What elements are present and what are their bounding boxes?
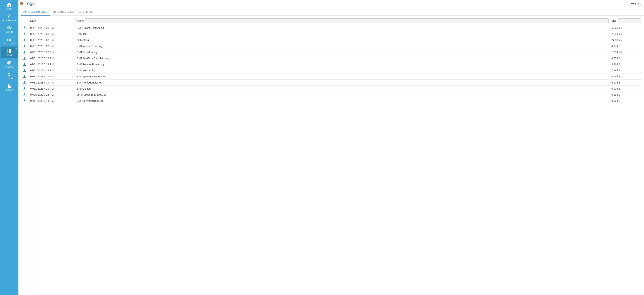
date-cell: 07/31/2023 4:29 PM [29,86,75,92]
back-button[interactable]: Back [631,2,641,5]
sidebar-item-vision[interactable]: VISION [0,23,18,35]
download-icon[interactable] [22,69,28,72]
download-cell [20,98,29,104]
name-cell: SMAApiAgentNetcom.log [75,73,610,80]
date-cell: 07/31/2023 5:29 PM [29,61,75,67]
arrow-left-icon [631,2,634,5]
table-row[interactable]: 07/31/2023 5:32 PMSMAServMan.log13.94 kB [20,49,642,55]
close-icon[interactable]: × [16,47,17,49]
sidebar-item-ocadm[interactable]: OCADM [0,70,18,81]
table-row[interactable]: 07/11/2023 3:45 PMSMAServManTrace.log0.0… [20,98,642,104]
eye-icon [7,25,12,30]
tab-application-logs[interactable]: APPLICATION LOGS [21,9,50,15]
user-icon [7,72,12,76]
download-icon[interactable] [22,32,28,35]
name-cell: SMAServManTrace.log [75,98,610,104]
table-row[interactable]: 07/31/2023 5:29 PMSMAStartTimeCalculator… [20,55,642,61]
size-filter-input[interactable] [618,18,641,23]
table-row[interactable]: 07/31/2023 5:33 PMSMANetcomTrace.log8.97… [20,43,642,49]
size-cell: 4.26 kB [610,61,642,67]
sidebar-item-library[interactable]: ×LIBRARY [0,46,18,58]
table-row[interactable]: 07/31/2023 4:29 PMSMANotifyHandler.log5.… [20,80,642,86]
name-filter-input[interactable] [85,18,608,23]
size-cell: 0.65 kB [610,73,642,80]
download-cell [20,31,29,37]
table-wrap: Date Name Size 07/31/202 [18,15,644,104]
download-icon[interactable] [22,87,28,90]
table-row[interactable]: 07/31/2023 5:29 PMSMARequestRouter.log4.… [20,61,642,67]
download-icon[interactable] [22,75,28,78]
download-icon[interactable] [22,93,28,96]
download-cell [20,73,29,80]
name-cell: SAMOld.log [75,86,610,92]
download-cell [20,92,29,98]
page-header: Logs Back [18,0,644,6]
date-cell: 07/31/2023 5:33 PM [29,43,75,49]
name-cell: sm-0-1690568613200.log [75,92,610,98]
sidebar-item-self-service[interactable]: SELF SERVICE [0,12,18,23]
download-cell [20,43,29,49]
sidebar-item-label: OCADM [5,78,13,80]
download-icon[interactable] [22,57,28,60]
download-cell [20,61,29,67]
download-icon[interactable] [22,63,28,66]
date-cell: 07/31/2023 5:29 PM [29,55,75,61]
column-name[interactable]: Name [75,17,610,25]
column-size-label: Size [612,19,616,22]
size-cell: 0.39 kB [610,92,642,98]
download-icon[interactable] [22,26,28,29]
home-icon [7,2,12,7]
name-cell: SMANetcomTrace.log [75,43,610,49]
name-cell: SAM.log [75,31,610,37]
table-row[interactable]: 07/31/2023 4:29 PMSMANetcom.log7.84 kB [20,67,642,73]
sidebar-item-studio[interactable]: STUDIO [0,58,18,70]
column-date-label: Date [30,19,36,22]
sidebar-item-logout[interactable]: LOGOUT [0,81,18,93]
sidebar-item-label: STUDIO [5,66,13,68]
name-cell: SMARequestRouter.log [75,61,610,67]
download-icon[interactable] [22,44,28,47]
table-row[interactable]: 07/31/2023 5:33 PMCritical.log24.58 kB [20,37,642,43]
download-cell [20,37,29,43]
back-label: Back [635,2,641,5]
table-row[interactable]: 07/28/2023 1:25 PMsm-0-1690568613200.log… [20,92,642,98]
sidebar-item-operations[interactable]: OPERATIONS [0,35,18,46]
page-title: Logs [24,1,34,6]
hamburger-icon[interactable] [20,2,23,5]
table-row[interactable]: 07/31/2023 4:29 PMSAMOld.log0.00 kB [20,86,642,92]
download-icon[interactable] [22,99,28,102]
size-cell: 60.96 kB [610,25,642,31]
table-row[interactable]: 07/31/2023 4:29 PMSMAApiAgentNetcom.log0… [20,73,642,80]
download-icon[interactable] [22,81,28,84]
logs-table: Date Name Size 07/31/202 [20,17,642,104]
table-row[interactable]: 07/31/2023 5:33 PMSMAOpConRestApi.log60.… [20,25,642,31]
download-cell [20,67,29,73]
date-cell: 07/31/2023 5:33 PM [29,25,75,31]
download-cell [20,55,29,61]
sidebar-item-label: LOGOUT [5,89,14,91]
name-cell: SMAServMan.log [75,49,610,55]
name-cell: SMAStartTimeCalculator.log [75,55,610,61]
sidebar-item-label: VISION [6,31,13,33]
date-cell: 07/31/2023 5:33 PM [29,31,75,37]
download-icon[interactable] [22,38,28,41]
size-cell: 4.87 kB [610,55,642,61]
palette-icon [7,60,12,65]
tabs: APPLICATION LOGSSCHEDULE BUILDARCHIVES [18,9,644,15]
tab-schedule-build[interactable]: SCHEDULE BUILD [50,9,76,15]
tab-archives[interactable]: ARCHIVES [76,9,94,15]
name-cell: Critical.log [75,37,610,43]
date-cell: 07/11/2023 3:45 PM [29,98,75,104]
download-cell [20,80,29,86]
column-date[interactable]: Date [29,17,75,25]
column-size[interactable]: Size [610,17,642,25]
sidebar-item-home[interactable]: HOME [0,0,18,12]
size-cell: 28.43 kB [610,31,642,37]
books-icon [7,49,12,53]
table-row[interactable]: 07/31/2023 5:33 PMSAM.log28.43 kB [20,31,642,37]
size-cell: 8.97 kB [610,43,642,49]
column-name-label: Name [77,19,84,22]
date-cell: 07/28/2023 1:25 PM [29,92,75,98]
download-icon[interactable] [22,51,28,54]
name-cell: SMANotifyHandler.log [75,80,610,86]
